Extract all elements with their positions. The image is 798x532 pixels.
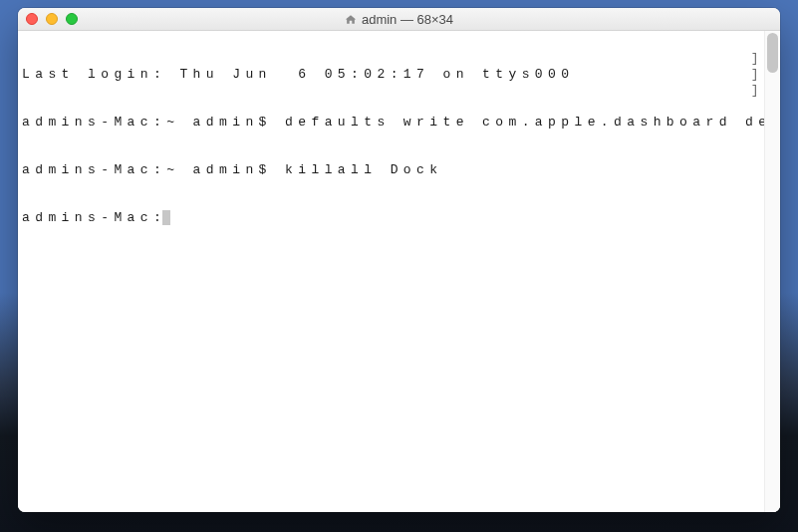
scrollbar-thumb[interactable] bbox=[767, 33, 778, 73]
terminal-line: admins-Mac:~ admin$ killall Dock bbox=[22, 162, 758, 178]
desktop-background: admin — 68×34 Last login: Thu Jun 6 05:0… bbox=[0, 0, 798, 532]
terminal-prompt-line: admins-Mac: bbox=[22, 210, 758, 226]
traffic-lights bbox=[26, 13, 78, 25]
window-title: admin — 68×34 bbox=[345, 12, 453, 27]
terminal-cursor bbox=[162, 210, 170, 225]
scrollbar[interactable] bbox=[764, 31, 780, 512]
terminal-line: admins-Mac:~ admin$ defaults write com.a… bbox=[22, 115, 758, 131]
home-icon bbox=[345, 14, 357, 25]
minimize-button[interactable] bbox=[46, 13, 58, 25]
window-title-text: admin — 68×34 bbox=[362, 12, 453, 27]
terminal-window: admin — 68×34 Last login: Thu Jun 6 05:0… bbox=[18, 8, 780, 512]
terminal-body[interactable]: Last login: Thu Jun 6 05:02:17 on ttys00… bbox=[18, 31, 780, 512]
zoom-button[interactable] bbox=[66, 13, 78, 25]
terminal-right-margin: ] ] ] bbox=[751, 35, 764, 99]
window-titlebar[interactable]: admin — 68×34 bbox=[18, 8, 780, 31]
terminal-line: Last login: Thu Jun 6 05:02:17 on ttys00… bbox=[22, 67, 758, 83]
terminal-output[interactable]: Last login: Thu Jun 6 05:02:17 on ttys00… bbox=[22, 35, 758, 258]
close-button[interactable] bbox=[26, 13, 38, 25]
